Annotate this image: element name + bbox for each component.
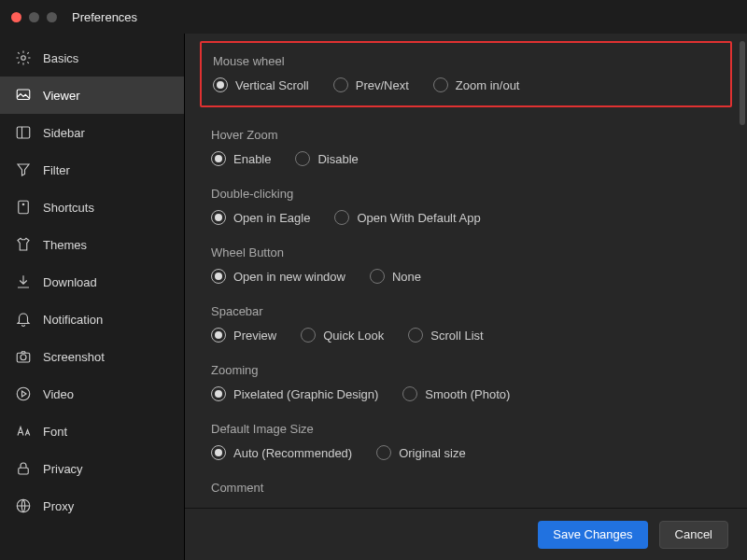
sidebar-item-label: Filter xyxy=(43,163,70,177)
sidebar-item-label: Screenshot xyxy=(43,350,105,364)
sidebar-item-video[interactable]: Video xyxy=(0,375,184,413)
sidebar-item-label: Notification xyxy=(43,313,103,327)
radio-option[interactable]: Enable xyxy=(211,151,271,166)
lock-icon xyxy=(15,460,32,477)
radio-label: Enable xyxy=(233,152,271,166)
setting-group: Comment xyxy=(211,481,721,504)
content-pane: Mouse wheelVertical ScrollPrev/NextZoom … xyxy=(185,34,747,560)
options-row: Vertical ScrollPrev/NextZoom in/out xyxy=(213,77,719,92)
sidebar-item-viewer[interactable]: Viewer xyxy=(0,77,184,114)
radio-ring-icon xyxy=(211,269,226,284)
sidebar-item-basics[interactable]: Basics xyxy=(0,39,184,77)
titlebar: Preferences xyxy=(0,0,747,34)
group-title: Spacebar xyxy=(211,304,721,318)
sidebar-item-label: Themes xyxy=(43,238,87,252)
options-row: EnableDisable xyxy=(211,151,721,166)
setting-group: SpacebarPreviewQuick LookScroll List xyxy=(211,304,721,343)
sidebar-item-privacy[interactable]: Privacy xyxy=(0,450,184,487)
sidebar-item-label: Basics xyxy=(43,51,78,65)
radio-option[interactable]: Disable xyxy=(295,151,358,166)
radio-label: Open in new window xyxy=(233,270,345,284)
radio-ring-icon xyxy=(211,151,226,166)
preferences-sidebar: BasicsViewerSidebarFilterShortcutsThemes… xyxy=(0,34,185,560)
sidebar-item-themes[interactable]: Themes xyxy=(0,226,184,263)
svg-point-0 xyxy=(21,56,26,61)
radio-option[interactable]: None xyxy=(370,269,421,284)
download-icon xyxy=(15,273,32,290)
radio-label: Zoom in/out xyxy=(456,78,520,92)
radio-ring-icon xyxy=(211,210,226,225)
radio-ring-icon xyxy=(370,269,385,284)
setting-group: Hover ZoomEnableDisable xyxy=(211,128,721,166)
sidebar-item-label: Proxy xyxy=(43,499,74,513)
sidebar-item-filter[interactable]: Filter xyxy=(0,151,184,189)
radio-label: Smooth (Photo) xyxy=(425,387,510,401)
radio-label: Auto (Recommended) xyxy=(233,446,352,460)
radio-option[interactable]: Zoom in/out xyxy=(433,77,520,92)
radio-label: Original size xyxy=(399,446,466,460)
gear-icon xyxy=(15,49,32,66)
radio-option[interactable]: Pixelated (Graphic Design) xyxy=(211,386,378,401)
radio-ring-icon xyxy=(376,445,391,460)
sidebar-item-font[interactable]: Font xyxy=(0,413,184,450)
sidebar-item-proxy[interactable]: Proxy xyxy=(0,487,184,525)
radio-label: Pixelated (Graphic Design) xyxy=(233,387,378,401)
radio-option[interactable]: Preview xyxy=(211,328,276,343)
options-row: Pixelated (Graphic Design)Smooth (Photo) xyxy=(211,386,721,401)
sidebar-item-download[interactable]: Download xyxy=(0,263,184,301)
content-scroll: Mouse wheelVertical ScrollPrev/NextZoom … xyxy=(185,34,747,508)
scrollbar[interactable] xyxy=(740,41,745,125)
sidebar-item-screenshot[interactable]: Screenshot xyxy=(0,338,184,375)
radio-label: None xyxy=(392,270,421,284)
radio-option[interactable]: Open in Eagle xyxy=(211,210,310,225)
radio-label: Quick Look xyxy=(323,329,384,343)
radio-ring-icon xyxy=(408,328,423,343)
radio-option[interactable]: Open in new window xyxy=(211,269,345,284)
radio-option[interactable]: Quick Look xyxy=(301,328,384,343)
setting-group: ZoomingPixelated (Graphic Design)Smooth … xyxy=(211,363,721,401)
group-title: Double-clicking xyxy=(211,187,721,201)
cancel-button[interactable]: Cancel xyxy=(659,521,728,549)
radio-option[interactable]: Open With Default App xyxy=(334,210,480,225)
radio-ring-icon xyxy=(295,151,310,166)
radio-label: Open With Default App xyxy=(357,211,480,225)
sidebar-item-label: Privacy xyxy=(43,462,83,476)
sidebar-item-sidebar[interactable]: Sidebar xyxy=(0,114,184,151)
group-title: Wheel Button xyxy=(211,245,721,259)
svg-point-5 xyxy=(22,203,24,205)
radio-option[interactable]: Prev/Next xyxy=(333,77,409,92)
save-changes-button[interactable]: Save Changes xyxy=(538,521,647,549)
radio-label: Open in Eagle xyxy=(233,211,310,225)
radio-label: Prev/Next xyxy=(356,78,409,92)
sidebar-item-shortcuts[interactable]: Shortcuts xyxy=(0,189,184,226)
funnel-icon xyxy=(15,161,32,178)
sidebar-item-label: Viewer xyxy=(43,89,80,103)
sidebar-item-notification[interactable]: Notification xyxy=(0,301,184,338)
close-window-button[interactable] xyxy=(11,12,21,22)
main-layout: BasicsViewerSidebarFilterShortcutsThemes… xyxy=(0,34,747,560)
options-row: Open in EagleOpen With Default App xyxy=(211,210,721,225)
tag-icon xyxy=(15,199,32,216)
radio-option[interactable]: Scroll List xyxy=(408,328,483,343)
radio-option[interactable]: Original size xyxy=(376,445,466,460)
options-row: Auto (Recommended)Original size xyxy=(211,445,721,460)
radio-ring-icon xyxy=(211,386,226,401)
bell-icon xyxy=(15,311,32,328)
zoom-window-button[interactable] xyxy=(47,12,57,22)
svg-rect-4 xyxy=(19,201,29,214)
group-title: Hover Zoom xyxy=(211,128,721,142)
radio-option[interactable]: Vertical Scroll xyxy=(213,77,309,92)
radio-label: Vertical Scroll xyxy=(235,78,309,92)
globe-icon xyxy=(15,497,32,514)
play-icon xyxy=(15,385,32,402)
options-row: Open in new windowNone xyxy=(211,269,721,284)
setting-group: Mouse wheelVertical ScrollPrev/NextZoom … xyxy=(211,41,721,107)
radio-option[interactable]: Auto (Recommended) xyxy=(211,445,352,460)
radio-ring-icon xyxy=(301,328,316,343)
setting-group: Double-clickingOpen in EagleOpen With De… xyxy=(211,187,721,225)
radio-ring-icon xyxy=(333,77,348,92)
minimize-window-button[interactable] xyxy=(29,12,39,22)
svg-rect-2 xyxy=(17,127,30,138)
radio-option[interactable]: Smooth (Photo) xyxy=(402,386,510,401)
group-title: Mouse wheel xyxy=(213,54,719,68)
